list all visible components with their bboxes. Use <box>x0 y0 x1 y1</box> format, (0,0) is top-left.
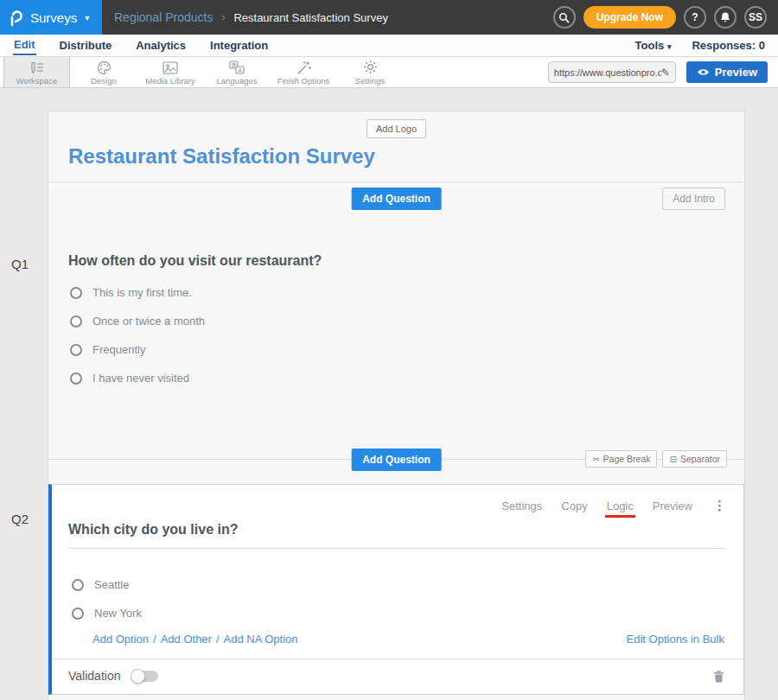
avatar[interactable]: SS <box>744 6 767 29</box>
separator-button[interactable]: ⊟ Separator <box>662 450 727 468</box>
magic-wand-icon <box>297 60 311 74</box>
add-logo-button[interactable]: Add Logo <box>367 119 426 138</box>
responses-count[interactable]: Responses: 0 <box>692 39 765 52</box>
preview-button-label: Preview <box>715 66 757 79</box>
top-header: Surveys ▾ Regional Products › Restaurant… <box>0 0 778 35</box>
image-icon <box>163 61 178 74</box>
delete-question-button[interactable] <box>713 670 724 683</box>
help-button[interactable]: ? <box>684 6 706 29</box>
q1-option-label[interactable]: This is my first time. <box>92 286 192 299</box>
edit-url-icon[interactable]: ✎ <box>661 67 670 79</box>
question-1[interactable]: How often do you visit our restaurant? T… <box>48 214 744 403</box>
toolbar-finish-options[interactable]: Finish Options <box>270 57 336 87</box>
tab-edit[interactable]: Edit <box>13 35 36 55</box>
radio-button[interactable] <box>72 608 84 620</box>
q1-option-row: Frequently <box>70 335 725 364</box>
q1-option-label[interactable]: Once or twice a month <box>92 315 205 328</box>
notifications-button[interactable] <box>714 6 737 29</box>
breadcrumb-survey-title: Restaurant Satisfaction Survey <box>233 11 387 24</box>
product-name: Surveys <box>30 10 77 25</box>
toolbar-media-library[interactable]: Media Library <box>137 57 203 87</box>
radio-button[interactable] <box>72 579 84 591</box>
survey-url-field[interactable]: ✎ <box>548 61 676 83</box>
survey-card: Add Logo Restaurant Satisfaction Survey … <box>48 111 745 700</box>
avatar-initials: SS <box>749 11 762 23</box>
q1-option-label[interactable]: I have never visited <box>92 372 189 385</box>
question-1-text[interactable]: How often do you visit our restaurant? <box>68 253 725 269</box>
separator-icon: ⊟ <box>669 455 676 464</box>
tab-distribute[interactable]: Distribute <box>59 36 113 54</box>
search-button[interactable] <box>553 6 576 29</box>
q2-copy-menu-item[interactable]: Copy <box>561 500 587 512</box>
question-2-menu: Settings Copy Logic Preview ⋮ <box>52 485 743 513</box>
toolbar-workspace-label: Workspace <box>16 76 57 86</box>
breadcrumb-separator-icon: › <box>221 11 225 23</box>
toolbar-finish-options-label: Languages <box>216 76 257 86</box>
toolbar-design-label: Design <box>91 76 117 86</box>
trash-icon <box>713 670 724 683</box>
product-switcher[interactable]: Surveys ▾ <box>0 0 102 35</box>
upgrade-now-button[interactable]: Upgrade Now <box>584 6 676 29</box>
bell-icon <box>719 11 731 23</box>
add-question-row-middle: Add Question ✂ Page Break ⊟ Separator <box>48 442 744 475</box>
add-other-link[interactable]: Add Other <box>161 633 212 646</box>
translate-icon: A <box>229 60 245 74</box>
q2-logic-menu-item[interactable]: Logic <box>607 500 634 512</box>
survey-url-input[interactable] <box>554 67 661 78</box>
add-option-links: Add Option/Add Other/Add NA Option <box>92 633 298 646</box>
add-option-link[interactable]: Add Option <box>92 633 149 646</box>
edit-options-in-bulk-link[interactable]: Edit Options in Bulk <box>627 633 724 646</box>
toolbar-settings[interactable]: Settings <box>336 57 403 87</box>
radio-button[interactable] <box>70 315 82 328</box>
add-na-option-link[interactable]: Add NA Option <box>224 633 298 646</box>
breadcrumb-folder[interactable]: Regional Products <box>114 10 213 24</box>
svg-text:A: A <box>238 67 242 73</box>
toolbar-languages[interactable]: A Languages <box>203 57 270 87</box>
add-question-button[interactable]: Add Question <box>351 188 442 210</box>
preview-button[interactable]: Preview <box>686 61 768 83</box>
question-tag-q1: Q1 <box>11 257 29 271</box>
workspace-icon <box>29 61 44 74</box>
q1-option-row: I have never visited <box>70 364 725 392</box>
header-actions: Upgrade Now ? SS <box>553 6 778 29</box>
add-question-button[interactable]: Add Question <box>351 449 442 471</box>
page-break-button[interactable]: ✂ Page Break <box>585 450 657 468</box>
q1-option-row: This is my first time. <box>70 278 725 307</box>
toolbar-settings-label: Settings <box>355 76 385 86</box>
tab-analytics[interactable]: Analytics <box>135 36 187 54</box>
breadcrumb: Regional Products › Restaurant Satisfact… <box>114 10 388 24</box>
toolbar-design[interactable]: Design <box>70 57 137 87</box>
chevron-down-icon: ▾ <box>85 13 89 22</box>
toolbar-workspace[interactable]: Workspace <box>3 57 70 87</box>
q2-option-row: New York <box>72 599 743 627</box>
radio-button[interactable] <box>70 372 82 385</box>
kebab-menu-icon[interactable]: ⋮ <box>713 498 726 513</box>
question-2-card[interactable]: Settings Copy Logic Preview ⋮ Which city… <box>48 484 744 695</box>
q1-option-label[interactable]: Frequently <box>92 343 145 356</box>
tab-integration[interactable]: Integration <box>209 36 269 54</box>
eye-icon <box>697 67 710 77</box>
add-question-row-top: Add Question Add Intro <box>48 181 744 214</box>
toolbar-languages-label: Finish Options <box>277 76 330 86</box>
q2-settings-menu-item[interactable]: Settings <box>501 500 542 512</box>
question-2-text[interactable]: Which city do you live in? <box>68 522 724 549</box>
page-break-icon: ✂ <box>592 455 599 464</box>
add-intro-button[interactable]: Add Intro <box>662 188 725 210</box>
q2-option-label[interactable]: New York <box>94 607 142 620</box>
tools-menu[interactable]: Tools ▾ <box>635 39 672 52</box>
editor-canvas: Q1 Q2 Add Logo Restaurant Satisfaction S… <box>0 88 778 700</box>
radio-button[interactable] <box>70 344 82 356</box>
survey-nav: Edit Distribute Analytics Integration To… <box>0 35 778 57</box>
radio-button[interactable] <box>70 287 82 299</box>
editor-toolbar: Workspace Design Media Library <box>0 57 778 88</box>
validation-toggle[interactable] <box>132 671 158 682</box>
q2-preview-menu-item[interactable]: Preview <box>653 500 692 512</box>
validation-label: Validation <box>68 669 120 683</box>
chevron-down-icon: ▾ <box>667 42 672 51</box>
question-tag-q2: Q2 <box>11 512 29 526</box>
q2-option-label[interactable]: Seattle <box>94 578 129 591</box>
palette-icon <box>97 60 112 74</box>
q2-option-row: Seattle <box>72 570 743 599</box>
survey-title[interactable]: Restaurant Satisfaction Survey <box>68 144 744 169</box>
search-icon <box>558 12 570 23</box>
